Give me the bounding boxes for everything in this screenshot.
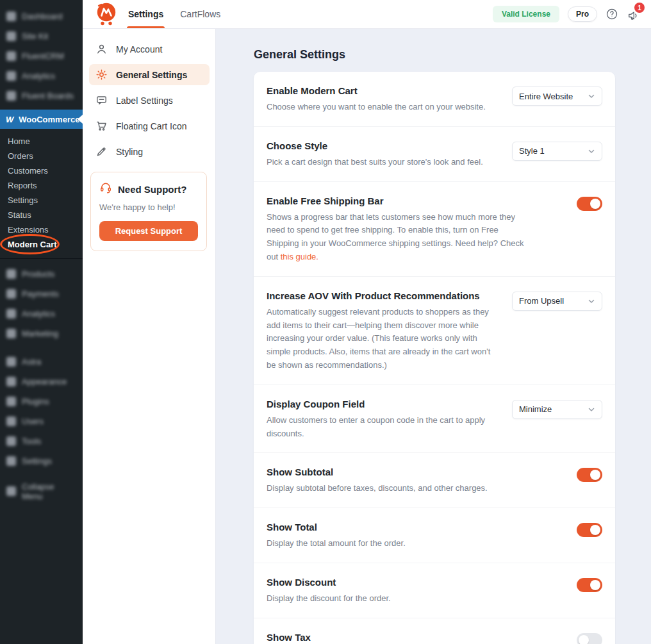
collapse-icon (6, 486, 16, 496)
sidebar-item-blurred[interactable]: Users (0, 411, 83, 431)
sidebar-item-blurred[interactable]: Site Kit (0, 26, 83, 46)
sidebar-item-label: Collapse Menu (22, 482, 76, 501)
free-shipping-toggle[interactable] (577, 197, 602, 211)
sidebar-item-blurred[interactable]: Tools (0, 431, 83, 451)
sidebar-item-blurred[interactable]: Appearance (0, 372, 83, 392)
sidebar-item-blurred[interactable]: Plugins (0, 392, 83, 411)
sidebar-item-orders[interactable]: Orders (0, 149, 83, 163)
nav-item-floating-cart-icon[interactable]: Floating Cart Icon (89, 115, 210, 136)
menu-icon (6, 31, 16, 41)
nav-item-label-settings[interactable]: Label Settings (89, 90, 210, 111)
show-subtotal-toggle[interactable] (577, 468, 602, 482)
setting-row-free-shipping-bar: Enable Free Shipping Bar Shows a progres… (254, 182, 615, 277)
sidebar-item-modern-cart[interactable]: Modern Cart (0, 237, 83, 252)
setting-row-show-tax: Show Tax Display the tax for the order. (254, 618, 615, 644)
sidebar-item-label: Astra (22, 357, 41, 367)
cart-icon (95, 120, 108, 132)
chevron-down-icon (588, 92, 595, 100)
this-guide-link[interactable]: this guide. (281, 252, 318, 261)
setting-row-show-total: Show Total Display the total amount for … (254, 508, 615, 563)
nav-item-my-account[interactable]: My Account (89, 38, 210, 60)
sidebar-item-label: Users (22, 417, 44, 426)
sidebar-item-label: Fluent Boards (22, 91, 74, 101)
wp-admin-sidebar: Dashboard Site Kit FluentCRM Analytics F… (0, 0, 83, 644)
help-icon[interactable] (606, 8, 618, 21)
valid-license-badge[interactable]: Valid License (493, 6, 559, 22)
sidebar-item-home[interactable]: Home (0, 134, 83, 149)
toggle-knob (590, 470, 600, 480)
show-total-toggle[interactable] (577, 523, 602, 537)
setting-description: Automatically suggest relevant products … (267, 306, 498, 372)
sidebar-item-blurred[interactable]: FluentCRM (0, 46, 83, 66)
sidebar-item-blurred[interactable]: Products (0, 264, 83, 284)
setting-title: Show Discount (267, 577, 563, 588)
sidebar-item-blurred[interactable]: Fluent Boards (0, 86, 83, 106)
sidebar-item-blurred[interactable]: Marketing (0, 324, 83, 343)
menu-icon (6, 12, 16, 21)
product-recommendations-select[interactable]: From Upsell (512, 292, 602, 311)
sidebar-item-collapse-menu[interactable]: Collapse Menu (0, 481, 83, 501)
sidebar-item-settings[interactable]: Settings (0, 193, 83, 208)
choose-style-select[interactable]: Style 1 (512, 142, 602, 161)
settings-card: Enable Modern Cart Choose where you want… (254, 72, 615, 644)
sidebar-item-woocommerce[interactable]: W WooCommerce (0, 110, 83, 129)
sidebar-item-reports[interactable]: Reports (0, 178, 83, 193)
sidebar-item-label: FluentCRM (22, 51, 64, 61)
setting-description: Pick a cart design that best suits your … (267, 156, 498, 169)
tab-settings[interactable]: Settings (128, 0, 163, 28)
headset-icon (99, 181, 112, 197)
sidebar-item-blurred[interactable]: Dashboard (0, 6, 83, 26)
tab-cartflows[interactable]: CartFlows (180, 0, 220, 28)
setting-title: Enable Modern Cart (267, 85, 498, 96)
sidebar-item-status[interactable]: Status (0, 208, 83, 222)
chevron-down-icon (588, 147, 595, 155)
sidebar-item-extensions[interactable]: Extensions (0, 222, 83, 237)
enable-modern-cart-select[interactable]: Entire Website (512, 87, 602, 106)
menu-icon (6, 269, 16, 279)
pro-badge[interactable]: Pro (568, 6, 597, 22)
sidebar-item-label: Site Kit (22, 31, 48, 41)
sidebar-item-label: Settings (22, 456, 52, 466)
plugin-nav: My Account General Settings Label Settin… (83, 38, 216, 167)
sidebar-item-label: Plugins (22, 397, 49, 406)
support-title: Need Support? (118, 184, 187, 195)
menu-icon (6, 91, 16, 101)
show-tax-toggle[interactable] (577, 633, 602, 644)
nav-item-label: Styling (116, 147, 143, 157)
coupon-field-select[interactable]: Minimize (512, 400, 602, 419)
sidebar-item-blurred[interactable]: Settings (0, 451, 83, 471)
sidebar-item-customers[interactable]: Customers (0, 163, 83, 178)
nav-item-label: My Account (116, 44, 162, 54)
current-menu-arrow (78, 115, 83, 124)
setting-row-show-subtotal: Show Subtotal Display subtotal before ta… (254, 453, 615, 508)
nav-item-general-settings[interactable]: General Settings (89, 64, 210, 85)
request-support-button[interactable]: Request Support (99, 221, 198, 241)
nav-item-label: General Settings (116, 70, 187, 80)
sidebar-item-blurred[interactable]: Astra (0, 352, 83, 372)
show-discount-toggle[interactable] (577, 578, 602, 592)
sidebar-item-blurred[interactable]: Payments (0, 284, 83, 304)
setting-title: Display Coupon Field (267, 399, 498, 409)
sidebar-item-label: Products (22, 269, 54, 279)
announcements-button[interactable]: 1 (627, 6, 641, 22)
menu-icon (6, 456, 16, 466)
plugin-header: Settings CartFlows Valid License Pro 1 (83, 0, 651, 29)
sidebar-item-label: WooCommerce (19, 115, 79, 124)
setting-title: Enable Free Shipping Bar (267, 195, 563, 206)
setting-description: Allow customers to enter a coupon code i… (267, 414, 498, 441)
menu-icon (6, 397, 16, 406)
user-icon (95, 43, 108, 55)
modern-cart-logo (94, 1, 119, 27)
menu-icon (6, 51, 16, 61)
menu-icon (6, 357, 16, 367)
nav-item-styling[interactable]: Styling (89, 141, 210, 162)
sidebar-item-label: Dashboard (22, 12, 63, 21)
pen-icon (95, 145, 108, 158)
select-value: Minimize (519, 404, 552, 414)
toggle-knob (590, 525, 600, 535)
menu-icon (6, 377, 16, 386)
setting-row-show-discount: Show Discount Display the discount for t… (254, 563, 615, 618)
select-value: Style 1 (519, 146, 545, 156)
sidebar-item-blurred[interactable]: Analytics (0, 304, 83, 324)
sidebar-item-blurred[interactable]: Analytics (0, 66, 83, 86)
